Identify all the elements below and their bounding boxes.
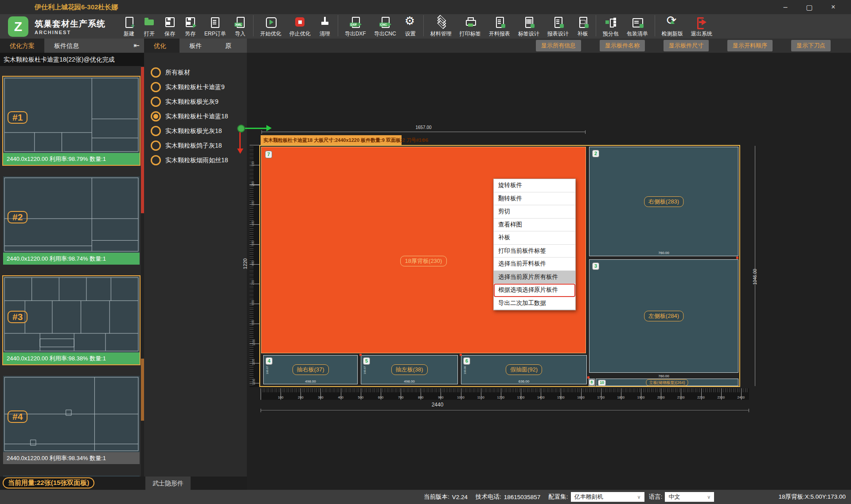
tab-raw-material[interactable]: 原材料 [215, 39, 247, 53]
start-optimize-button[interactable]: 开始优化 [256, 16, 285, 38]
ruler-tick-label: 1800 [614, 395, 628, 399]
package-list-button[interactable]: 包装清单 [623, 16, 652, 38]
scrollbar-thumb-secondary[interactable] [141, 359, 144, 421]
display-toggle-button[interactable]: 显示下刀点 [791, 40, 831, 51]
optimize-status-header: 实木颗粒板杜卡迪蓝18(22张)@优化完成 [0, 53, 144, 66]
top-dimension-line [262, 132, 586, 132]
export-cnc-button[interactable]: CNC导出CNC [370, 16, 400, 38]
material-radio-option[interactable]: 实木颗粒板极光灰18 [144, 124, 247, 138]
export-dxf-button[interactable]: DXF导出DXF [341, 16, 370, 38]
tab-optimize-plan[interactable]: 优化方案 [0, 39, 44, 53]
erp-order-button[interactable]: ERP订单 [200, 16, 230, 38]
context-menu-item[interactable]: 选择当前开料板件 [494, 258, 575, 271]
stop-optimize-button[interactable]: 停止优化 [285, 16, 315, 38]
display-toggle-button[interactable]: 显示板件名称 [600, 40, 645, 51]
clean-button[interactable]: 清理 [315, 16, 335, 38]
context-menu-item[interactable]: 导出二次加工数据 [494, 297, 575, 310]
context-menu-item[interactable]: 旋转板件 [494, 179, 575, 192]
context-menu-list: 旋转板件翻转板件剪切查看样图补板打印当前板件标签选择当前开料板件选择当前原片所有… [494, 179, 575, 310]
fake-drawer-piece[interactable]: 6 假抽面(92) 636.00 160.00 [461, 355, 587, 384]
left-side-panel-piece[interactable]: 3 左侧板(284) [589, 259, 738, 373]
board-thumbnail-1[interactable]: #1 2440.0x1220.00 利用率:98.79% 数量:1 [2, 76, 141, 166]
toolbar-button-label: 导入 [235, 30, 246, 38]
tab-board-info[interactable]: 板件信息 [44, 39, 89, 53]
cutting-report-button[interactable]: 开料报表 [485, 16, 514, 38]
panel-dimension: 636.00 [461, 379, 586, 383]
app-subname: ARCHINEST [35, 30, 119, 35]
top-dimension-label: 1657.00 [262, 125, 586, 130]
tab-board-list[interactable]: 板件列表 [180, 39, 215, 53]
right-side-panel-piece[interactable]: 2 右侧板(283) 760.00 [589, 147, 738, 256]
context-menu-item[interactable]: 补板 [494, 231, 575, 245]
context-menu-item[interactable]: 选择当前原片所有板件 [494, 271, 575, 284]
left-dimension-label: 1220 [242, 258, 248, 269]
context-menu-item[interactable]: 翻转板件 [494, 192, 575, 206]
material-radio-option[interactable]: 实木颗粒板鸽子灰18 [144, 138, 247, 153]
layout-canvas[interactable]: 1657.00 实木颗粒板杜卡迪蓝18 大板尺寸:2440x1220 板件数量:… [247, 53, 851, 490]
config-select[interactable]: 亿丰雕刻机 ∨ [571, 492, 644, 502]
radio-icon [151, 126, 161, 136]
context-menu-item[interactable]: 打印当前板件标签 [494, 245, 575, 258]
tree-icon [605, 16, 617, 28]
radio-icon [151, 141, 161, 151]
tab-optimize-plan-2[interactable]: 优化方案 [144, 39, 180, 53]
pre-split-button[interactable]: 预分包 [599, 16, 623, 38]
display-toggle-button[interactable]: 显示板件尺寸 [664, 40, 709, 51]
doc-export-icon: CNC [379, 16, 391, 28]
context-menu-item[interactable]: 剪切 [494, 205, 575, 219]
maximize-icon[interactable]: ▢ [804, 3, 815, 12]
material-manage-button[interactable]: 材料管理 [426, 16, 456, 38]
board-stats-bar: 2440.0x1220.00 利用率:98.74% 数量:1 [3, 253, 140, 265]
display-buttons: 显示所有信息显示板件名称显示板件尺寸显示开料顺序显示下刀点 [536, 40, 831, 51]
display-toggle-button[interactable]: 显示开料顺序 [727, 40, 773, 51]
material-radio-option[interactable]: 所有板材 [144, 65, 247, 80]
material-radio-list: 所有板材实木颗粒板杜卡迪蓝9实木颗粒板极光灰9实木颗粒板杜卡迪蓝18实木颗粒板极… [144, 53, 247, 168]
report-design-button[interactable]: 报表设计 [543, 16, 573, 38]
tiny-piece[interactable]: 8 [589, 379, 595, 386]
language-select[interactable]: 中文 ∨ [665, 492, 714, 502]
board-stats-bar: 2440.0x1220.00 利用率:98.79% 数量:1 [3, 153, 140, 165]
save-as-button[interactable]: 另存 [180, 16, 200, 38]
tab-hidden-parts[interactable]: 武士隐形件 [145, 477, 191, 490]
board-thumbnail-2[interactable]: #2 2440.0x1220.00 利用率:98.74% 数量:1 [2, 176, 141, 266]
context-menu: 旋转板件翻转板件剪切查看样图补板打印当前板件标签选择当前开料板件选择当前原片所有… [493, 179, 576, 310]
settings-button[interactable]: 设置 [400, 16, 421, 38]
print-label-button[interactable]: 打印标签 [456, 16, 485, 38]
drawer-right-piece[interactable]: 4 抽右板(37) 498.00 160.67 [263, 355, 358, 384]
board-thumbnail-3[interactable]: #3 2440.0x1220.00 利用率:98.38% 数量:1 [2, 275, 141, 365]
bottom-dimension-label: 2440 [411, 402, 464, 408]
import-button[interactable]: XML导入 [230, 16, 250, 38]
label-design-button[interactable]: 标签设计 [514, 16, 543, 38]
context-menu-item[interactable]: 根据选项选择原片板件 [494, 284, 575, 297]
material-radio-option[interactable]: 实木颗粒板极光灰9 [144, 94, 247, 109]
board-thumbnail-4[interactable]: #4 2440.0x1220.00 利用率:98.34% 数量:1 [2, 375, 141, 465]
material-radio-option[interactable]: 实木颗粒板杜卡迪蓝9 [144, 80, 247, 94]
doc-export-icon: DXF [349, 16, 362, 28]
new-button[interactable]: 新建 [119, 16, 139, 38]
scrollbar-thumb[interactable] [141, 67, 144, 213]
material-radio-option[interactable]: 实木颗粒板杜卡迪蓝18 [144, 109, 247, 124]
exit-button[interactable]: 退出系统 [687, 16, 716, 38]
sidebar-scrollbar[interactable] [141, 66, 144, 477]
collapse-sidebar-icon[interactable]: ⇤ [134, 39, 140, 53]
panel-dimension: 498.00 [264, 379, 357, 383]
board-number-badge: #1 [8, 111, 27, 124]
drawer-left-piece[interactable]: 5 抽左板(38) 498.00 160.67 [361, 355, 458, 384]
ruler-tick-label: 1100 [252, 359, 255, 365]
ruler-tick-label: 200 [251, 181, 254, 186]
context-menu-item[interactable]: 查看样图 [494, 219, 575, 232]
display-toggle-button[interactable]: 显示所有信息 [536, 40, 581, 51]
title-bar: 伊仕利上城花园6-302杜长娜 – ▢ × [0, 0, 851, 14]
ruler-tick-label: 2200 [695, 395, 708, 399]
save-button[interactable]: 保存 [160, 16, 180, 38]
upright-pad-piece[interactable]: 10 立板(储物板垫)(264) [596, 379, 738, 386]
icon-detail [670, 20, 675, 24]
open-button[interactable]: 打开 [139, 16, 160, 38]
material-radio-option[interactable]: 实木颗粒板烟雨如丝18 [144, 153, 247, 168]
minimize-icon[interactable]: – [780, 3, 791, 12]
usage-badge: 当前用量:22张(15张双面板) [3, 477, 94, 488]
check-update-button[interactable]: 检测新版 [658, 16, 687, 38]
close-icon[interactable]: × [828, 3, 839, 12]
toolbar-button-label: 打开 [144, 30, 155, 38]
patch-board-button[interactable]: 补板 [573, 16, 593, 38]
